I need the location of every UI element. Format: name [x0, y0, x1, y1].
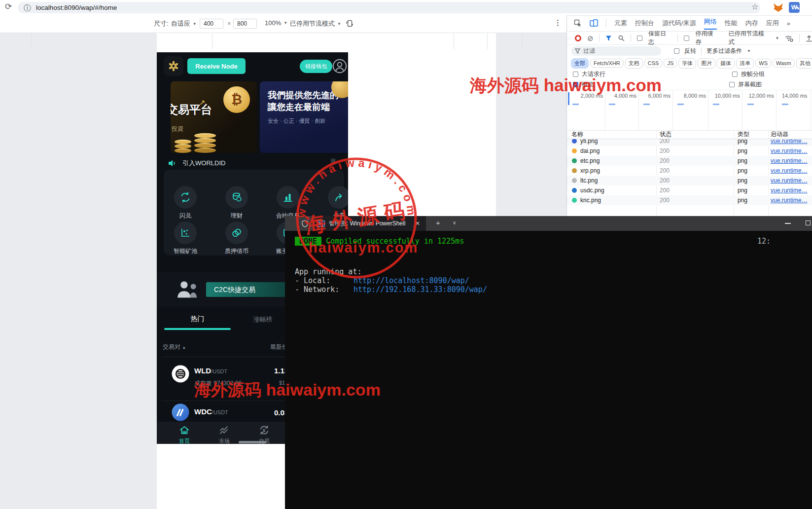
initiator-link[interactable]: vue.runtime… — [771, 157, 808, 164]
more-tabs-icon[interactable]: » — [787, 20, 790, 27]
menu-item-stake[interactable]: 质押借币 — [220, 221, 253, 255]
tab-memory[interactable]: 内存 — [745, 19, 758, 28]
link-wallet-button[interactable]: 链接钱包 — [300, 60, 332, 73]
receive-node-button[interactable]: Receive Node — [187, 58, 246, 74]
device-size-select[interactable]: 尺寸: 自适应 ▼ — [154, 19, 197, 28]
request-row[interactable]: knc.png200pngvue.runtime… — [567, 195, 812, 205]
address-bar[interactable]: ⓘ localhost:8090/wap/#/home — [18, 2, 760, 13]
column-header-status[interactable]: 状态 — [656, 130, 734, 139]
record-network-log-button[interactable] — [575, 35, 581, 41]
nav-market[interactable]: 市场 — [209, 425, 240, 444]
powershell-window[interactable]: 管理员: Windows PowerShell ✕ + ∨ DONE Compi… — [285, 216, 812, 509]
url-text[interactable]: localhost:8090/wap/#/home — [36, 4, 117, 11]
banner-slide-trading[interactable]: ₿ ↗ 交易平台 投資 — [171, 81, 257, 153]
filter-chip-ws[interactable]: WS — [755, 59, 771, 68]
clear-network-log-icon[interactable]: ⊘ — [587, 35, 594, 42]
tab-sources[interactable]: 源代码/来源 — [662, 19, 696, 28]
filter-chip-doc[interactable]: 文档 — [625, 58, 643, 69]
notice-list-icon[interactable]: ≣ — [330, 157, 336, 165]
sort-icon[interactable]: ▲ — [182, 345, 186, 350]
local-url-link[interactable]: http://localhost:8090/wap/ — [353, 276, 469, 285]
rotate-device-icon[interactable] — [345, 19, 354, 28]
pair-column-header[interactable]: 交易对 ▲ — [163, 343, 186, 351]
bookmark-star-icon[interactable]: ☆ — [751, 3, 758, 11]
tab-console[interactable]: 控制台 — [635, 19, 654, 28]
device-more-options-icon[interactable]: ⋮ — [554, 18, 562, 27]
terminal-tab[interactable]: 管理员: Windows PowerShell ✕ — [314, 216, 426, 231]
menu-item-swap[interactable]: 闪兑 — [169, 186, 202, 220]
request-row[interactable]: ltc.png200pngvue.runtime… — [567, 176, 812, 185]
filter-chip-css[interactable]: CSS — [644, 59, 663, 68]
overview-checkbox[interactable]: ✓ — [573, 82, 578, 87]
writer-extension-icon[interactable]: W✎ — [789, 2, 800, 13]
new-tab-icon[interactable]: + — [436, 218, 440, 227]
timeline-handle[interactable] — [568, 92, 569, 105]
more-filters-button[interactable]: 更多过滤条件 — [706, 47, 742, 55]
column-header-name[interactable]: 名称 — [567, 130, 656, 139]
network-throttling-select[interactable]: 已停用节流模式 — [729, 30, 770, 46]
column-header-type[interactable]: 类型 — [734, 130, 768, 139]
menu-item-contract[interactable]: 合约交易 — [271, 186, 305, 220]
menu-item-share[interactable]: 分享 — [322, 186, 348, 220]
big-request-rows-checkbox[interactable] — [573, 72, 578, 77]
zoom-select[interactable]: 100%▼ — [265, 19, 287, 27]
network-conditions-icon[interactable] — [785, 35, 793, 42]
tab-elements[interactable]: 元素 — [614, 19, 627, 28]
filter-funnel-icon[interactable] — [605, 35, 612, 41]
menu-item-finance[interactable]: 理财 — [220, 186, 253, 220]
viewport-height-input[interactable] — [233, 19, 257, 29]
inspect-element-icon[interactable] — [574, 19, 582, 27]
group-by-frame-checkbox[interactable] — [732, 72, 738, 77]
notice-text[interactable]: 引入WORLDID — [182, 159, 225, 168]
tab-network[interactable]: 网络 — [704, 17, 717, 30]
import-har-icon[interactable] — [806, 35, 812, 42]
metamask-extension-icon[interactable] — [773, 2, 783, 13]
initiator-link[interactable]: vue.runtime… — [771, 187, 808, 194]
throttling-select[interactable]: 已停用节流模式▼ — [290, 19, 341, 28]
maximize-icon[interactable] — [806, 220, 811, 225]
filter-chip-js[interactable]: JS — [664, 59, 677, 68]
initiator-link[interactable]: vue.runtime… — [771, 197, 808, 204]
terminal-titlebar[interactable]: 管理员: Windows PowerShell ✕ + ∨ — [285, 216, 812, 231]
site-info-icon[interactable]: ⓘ — [24, 4, 31, 11]
request-row[interactable]: yfi.png200pngvue.runtime… — [567, 139, 812, 146]
disable-cache-checkbox[interactable] — [684, 36, 689, 41]
menu-item-pool[interactable]: 智能矿池 — [169, 221, 202, 255]
size-mode[interactable]: 自适应 — [171, 19, 190, 28]
filter-chip-img[interactable]: 图片 — [698, 58, 715, 69]
filter-chip-xhr[interactable]: Fetch/XHR — [590, 59, 624, 68]
home-indicator[interactable] — [239, 441, 266, 443]
tab-dropdown-icon[interactable]: ∨ — [453, 220, 456, 225]
account-avatar-icon[interactable] — [332, 59, 347, 73]
minimize-icon[interactable] — [785, 223, 791, 224]
device-toolbar-icon[interactable] — [590, 19, 598, 27]
filter-chip-wasm[interactable]: Wasm — [773, 59, 795, 68]
nav-home[interactable]: 首页 — [169, 425, 200, 444]
tab-performance[interactable]: 性能 — [725, 19, 738, 28]
preserve-log-checkbox[interactable] — [637, 36, 642, 41]
viewport-width-input[interactable] — [200, 19, 223, 29]
request-row[interactable]: xrp.png200pngvue.runtime… — [567, 166, 812, 176]
initiator-link[interactable]: vue.runtime… — [771, 167, 808, 174]
tab-close-icon[interactable]: ✕ — [415, 220, 420, 227]
filter-chip-all[interactable]: 全部 — [571, 58, 589, 69]
filter-chip-manifest[interactable]: 清单 — [736, 58, 754, 69]
tab-hot[interactable]: 热门 — [164, 315, 231, 324]
filter-chip-media[interactable]: 媒体 — [717, 58, 735, 69]
reload-icon[interactable]: ⟳ — [5, 2, 12, 11]
network-url-link[interactable]: http://192.168.31.33:8090/wap/ — [353, 285, 487, 294]
invert-filter-checkbox[interactable] — [674, 48, 679, 54]
search-icon[interactable] — [618, 35, 625, 41]
request-row[interactable]: etc.png200pngvue.runtime… — [567, 156, 812, 166]
screenshots-checkbox[interactable] — [729, 82, 735, 87]
request-row[interactable]: dai.png200pngvue.runtime… — [567, 146, 812, 156]
tab-application[interactable]: 应用 — [766, 19, 779, 28]
banner-slide-promo[interactable]: 我們提供您先進的 讓您走在最前端 安全 · 公正 · 優質 · 創新 — [260, 81, 348, 153]
filter-input[interactable]: 过滤 — [571, 46, 661, 56]
column-header-initiator[interactable]: 启动器 — [768, 130, 788, 139]
filter-chip-other[interactable]: 其他 — [796, 58, 812, 69]
network-overview-timeline[interactable]: 2,000 ms 4,000 ms 6,000 ms 8,000 ms 10,0… — [567, 90, 812, 131]
request-row[interactable]: usdc.png200pngvue.runtime… — [567, 185, 812, 195]
initiator-link[interactable]: vue.runtime… — [771, 139, 808, 145]
initiator-link[interactable]: vue.runtime… — [771, 147, 808, 154]
